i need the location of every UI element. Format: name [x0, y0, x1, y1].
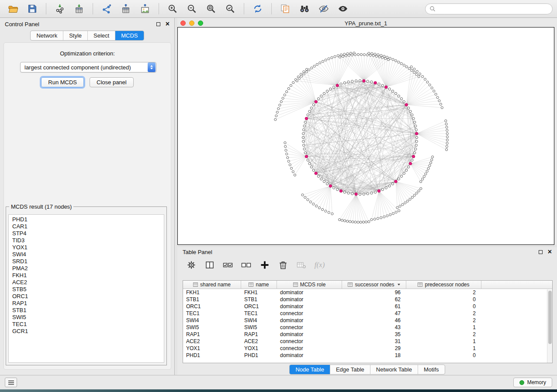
close-table-panel-icon[interactable]: × [548, 248, 552, 255]
table-cell[interactable]: 2 [406, 289, 481, 296]
find-button[interactable] [296, 2, 313, 15]
table-cell[interactable]: 1 [406, 338, 481, 344]
table-cell[interactable]: ACE2 [183, 338, 241, 344]
network-nodes[interactable] [274, 52, 449, 224]
table-cell[interactable]: 1 [406, 345, 481, 351]
tab-style[interactable]: Style [63, 31, 87, 40]
table-row[interactable]: SWI4SWI4dominator462 [183, 317, 552, 324]
table-cell[interactable]: STB1 [183, 296, 241, 303]
table-cell[interactable]: SWI5 [241, 324, 277, 330]
table-cell[interactable]: ORC1 [241, 303, 277, 309]
mcds-result-item[interactable]: TEC1 [12, 321, 164, 328]
open-file-button[interactable] [4, 2, 22, 15]
tab-network-table[interactable]: Network Table [370, 365, 418, 374]
table-cell[interactable]: 2 [406, 310, 481, 316]
refresh-button[interactable] [249, 2, 266, 15]
add-row-button[interactable] [259, 259, 270, 271]
tab-mcds[interactable]: MCDS [115, 31, 143, 40]
table-cell[interactable]: RAP1 [241, 331, 277, 337]
table-cell[interactable]: STB1 [241, 296, 277, 303]
table-cell[interactable]: ACE2 [241, 338, 277, 344]
table-scrollbar[interactable] [547, 289, 552, 363]
table-cell[interactable]: FKH1 [241, 289, 277, 296]
status-menu-button[interactable] [5, 378, 17, 387]
column-header-successor-nodes[interactable]: successor nodes [342, 281, 406, 289]
clone-network-button[interactable] [277, 2, 294, 15]
mcds-result-item[interactable]: PMA2 [12, 265, 164, 272]
zoom-selected-button[interactable] [221, 2, 239, 15]
save-button[interactable] [24, 2, 41, 15]
table-row[interactable]: ORC1ORC1dominator610 [183, 303, 552, 310]
table-cell[interactable]: PHD1 [241, 352, 277, 358]
table-cell[interactable]: dominator [277, 289, 342, 296]
mcds-result-item[interactable]: STB5 [12, 286, 164, 293]
table-cell[interactable]: FKH1 [183, 289, 241, 296]
table-cell[interactable]: 18 [342, 352, 406, 358]
table-cell[interactable]: 0 [406, 352, 481, 358]
mcds-result-item[interactable]: CAR1 [12, 223, 164, 230]
maximize-window-icon[interactable] [198, 21, 203, 26]
column-header-shared-name[interactable]: shared name [183, 281, 241, 289]
import-network-button[interactable] [51, 2, 69, 15]
table-cell[interactable]: connector [277, 338, 342, 344]
table-cell[interactable]: dominator [277, 303, 342, 309]
scrollbar-thumb[interactable] [548, 291, 552, 344]
export-network-button[interactable] [98, 2, 115, 15]
export-image-button[interactable] [136, 2, 154, 15]
table-cell[interactable]: 96 [342, 289, 406, 296]
table-cell[interactable]: dominator [277, 296, 342, 303]
table-cell[interactable]: 0 [406, 303, 481, 309]
tab-motifs[interactable]: Motifs [418, 365, 445, 374]
table-row[interactable]: ACE2ACE2connector311 [183, 338, 552, 345]
table-cell[interactable]: SWI4 [241, 317, 277, 323]
zoom-fit-button[interactable] [202, 2, 220, 15]
zoom-out-button[interactable] [183, 2, 201, 15]
criterion-dropdown[interactable]: largest connected component (undirected) [20, 62, 156, 72]
table-cell[interactable]: RAP1 [183, 331, 241, 337]
table-cell[interactable]: 31 [342, 338, 406, 344]
mcds-result-item[interactable]: STP4 [12, 230, 164, 237]
table-cell[interactable]: TEC1 [183, 310, 241, 316]
table-row[interactable]: SWI5SWI5connector431 [183, 324, 552, 331]
table-cell[interactable]: TEC1 [241, 310, 277, 316]
mcds-result-item[interactable]: GCR1 [12, 328, 164, 335]
network-graph[interactable] [178, 28, 554, 244]
mcds-result-item[interactable]: SWI4 [12, 251, 164, 258]
import-table-button[interactable] [70, 2, 88, 15]
mcds-result-item[interactable]: SWI5 [12, 314, 164, 321]
table-row[interactable]: PHD1PHD1dominator180 [183, 352, 552, 359]
tab-select[interactable]: Select [87, 31, 115, 40]
run-mcds-button[interactable]: Run MCDS [41, 77, 84, 87]
table-cell[interactable]: SWI5 [183, 324, 241, 330]
mcds-result-item[interactable]: FKH1 [12, 272, 164, 279]
table-cell[interactable]: 29 [342, 345, 406, 351]
table-cell[interactable]: 47 [342, 310, 406, 316]
table-cell[interactable]: 61 [342, 303, 406, 309]
export-table-button[interactable] [117, 2, 135, 15]
close-control-panel-icon[interactable]: × [166, 21, 170, 28]
tab-node-table[interactable]: Node Table [290, 365, 330, 374]
table-cell[interactable]: 46 [342, 317, 406, 323]
table-cell[interactable]: ORC1 [183, 303, 241, 309]
network-canvas[interactable] [177, 27, 554, 245]
table-cell[interactable]: YOX1 [241, 345, 277, 351]
tab-network[interactable]: Network [31, 31, 63, 40]
table-cell[interactable]: 35 [342, 331, 406, 337]
table-settings-button[interactable] [185, 259, 197, 271]
mcds-result-item[interactable]: ORC1 [12, 293, 164, 300]
table-cell[interactable]: 2 [406, 331, 481, 337]
select-all-button[interactable] [222, 259, 234, 271]
table-cell[interactable]: dominator [277, 352, 342, 358]
mcds-result-item[interactable]: RAP1 [12, 300, 164, 307]
column-header-mcds-role[interactable]: MCDS role [277, 281, 342, 289]
float-table-panel-icon[interactable] [539, 250, 543, 254]
hide-selected-button[interactable] [315, 2, 332, 15]
table-row[interactable]: YOX1YOX1connector291 [183, 345, 552, 352]
table-cell[interactable]: 2 [406, 317, 481, 323]
table-cell[interactable]: 0 [406, 296, 481, 303]
search-input[interactable] [438, 6, 548, 12]
memory-button[interactable]: Memory [513, 378, 552, 387]
table-cell[interactable]: dominator [277, 317, 342, 323]
zoom-in-button[interactable] [164, 2, 181, 15]
deselect-all-button[interactable] [240, 259, 252, 271]
